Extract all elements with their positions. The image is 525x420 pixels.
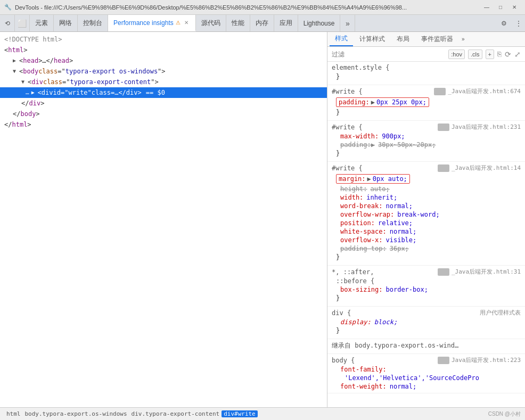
css-prop-position: position: relative;	[332, 219, 521, 227]
element-div-write[interactable]: … ▶ <div id="write" class=…</div> == $0	[0, 87, 327, 98]
breadcrumb-bar: html body.typora-export.os-windows div.t…	[0, 407, 525, 420]
tab-application-label: 应用	[280, 19, 292, 28]
rule-selector-write-3: #write { _Java后端开发.html:14	[332, 164, 521, 172]
hov-button[interactable]: :hov	[448, 50, 465, 59]
main-layout: <!DOCTYPE html> <html> ▶ <head>…</head> …	[0, 32, 525, 407]
breadcrumb-body[interactable]: body.typora-export.os-windows	[23, 410, 129, 417]
rule-selector-write-2: #write { Java后端开发.html:231	[332, 123, 521, 131]
tab-elements-label: 元素	[35, 19, 48, 28]
elements-panel: <!DOCTYPE html> <html> ▶ <head>…</head> …	[0, 32, 327, 407]
css-prop-overflow-wrap: overflow-wrap: break-word;	[332, 210, 521, 219]
watermark: CSDN @小村	[488, 410, 521, 418]
css-prop-font-weight: font-weight: normal;	[332, 382, 521, 391]
tab-computed[interactable]: 计算样式	[354, 32, 390, 46]
minimize-button[interactable]: —	[480, 2, 493, 13]
tab-performance[interactable]: 性能	[226, 15, 250, 31]
tab-network[interactable]: 网络	[54, 15, 78, 31]
rule-selector-body: body { Java后端开发.html:223	[332, 356, 521, 364]
copy-icon[interactable]: ⎘	[497, 50, 502, 58]
style-rule-write-1: #write { _Java后端开发.html:674 padding: ▶ 0…	[327, 85, 525, 121]
padding-highlight: padding: ▶ 0px 25px 0px;	[336, 97, 429, 107]
cls-button[interactable]: .cls	[468, 50, 482, 59]
tab-source[interactable]: 源代码	[196, 15, 226, 31]
element-head[interactable]: ▶ <head>…</head>	[0, 55, 327, 66]
refresh-icon[interactable]: ⟳	[505, 50, 511, 59]
tab-performance-insights-label: Performance insights	[113, 19, 174, 27]
close-button[interactable]: ✕	[508, 2, 521, 13]
tab-nav-panel[interactable]: ⬜	[15, 15, 30, 31]
element-close-div[interactable]: </div>	[0, 98, 327, 109]
tab-more-button[interactable]: »	[340, 15, 355, 31]
style-rule-universal: *, ::after, _Java后端开发.html:31 ::before {…	[327, 266, 525, 307]
rule-selector-inherited: 继承自 body.typora-export.os-wind…	[332, 341, 521, 350]
tab-elements[interactable]: 元素	[30, 15, 54, 31]
more-options-button[interactable]: ⋮	[512, 15, 525, 31]
style-rule-div: div { 用户代理样式表 display: block; }	[327, 307, 525, 339]
tab-lighthouse-label: Lighthouse	[303, 20, 335, 27]
tab-event-listeners[interactable]: 事件监听器	[416, 32, 458, 46]
style-rule-inherited: 继承自 body.typora-export.os-wind…	[327, 339, 525, 354]
breadcrumb-div-content[interactable]: div.typora-export-content	[129, 410, 222, 417]
tab-application[interactable]: 应用	[274, 15, 298, 31]
breadcrumb-div-write[interactable]: div#write	[222, 410, 258, 417]
filter-bar: :hov .cls + ⎘ ⟳ ⤢	[327, 47, 525, 62]
tab-memory-label: 内存	[256, 19, 268, 28]
css-prop-maxwidth: max-width: 900px;	[332, 132, 521, 141]
expand-icon[interactable]: ⤢	[514, 50, 521, 59]
element-doctype[interactable]: <!DOCTYPE html>	[0, 34, 327, 45]
css-prop-box-sizing: box-sizing: border-box;	[332, 285, 521, 294]
margin-highlight: margin: ▶ 0px auto;	[336, 174, 410, 184]
rule-selector-div: div { 用户代理样式表	[332, 309, 521, 317]
css-prop-font-family-value: 'Lexend','Helvetica','SourceCodePro	[332, 374, 521, 382]
tab-lighthouse[interactable]: Lighthouse	[298, 15, 341, 31]
tab-bar: ⟲ ⬜ 元素 网络 控制台 Performance insights ⚠ ✕ 源…	[0, 15, 525, 32]
style-rule-element: element.style { }	[327, 62, 525, 85]
rule-selector: element.style {	[332, 64, 521, 71]
style-rule-write-3: #write { _Java后端开发.html:14 margin: ▶ 0px…	[327, 162, 525, 266]
styles-panel: 样式 计算样式 布局 事件监听器 » :hov .cls + ⎘ ⟳ ⤢ ele…	[327, 32, 525, 407]
css-prop-display: display: block;	[332, 318, 521, 326]
tab-performance-label: 性能	[232, 19, 244, 28]
element-body[interactable]: ▼ <body class="typora-export os-windows"…	[0, 66, 327, 77]
filter-input[interactable]	[332, 51, 445, 58]
style-rule-body: body { Java后端开发.html:223 font-family: 'L…	[327, 354, 525, 393]
rule-selector-universal: *, ::after, _Java后端开发.html:31	[332, 268, 521, 276]
breadcrumb-html[interactable]: html	[4, 410, 23, 417]
css-prop-padding-top-strikethrough: padding-top: 36px;	[332, 244, 521, 253]
css-prop-padding-strikethrough: padding:▶ 30px~50px~20px;	[332, 141, 521, 149]
maximize-button[interactable]: □	[494, 2, 507, 13]
rule-selector-write-1: #write { _Java后端开发.html:674	[332, 87, 521, 95]
element-close-body[interactable]: </body>	[0, 109, 327, 119]
tab-source-label: 源代码	[201, 19, 220, 28]
add-style-button[interactable]: +	[486, 50, 494, 59]
css-prop-white-space: white-space: normal;	[332, 227, 521, 236]
title-bar: 🔧 DevTools - file:///C:/Users/%E9%98%BF%…	[0, 0, 525, 15]
tab-network-label: 网络	[59, 19, 72, 28]
tab-close-button[interactable]: ✕	[183, 19, 190, 26]
tab-styles[interactable]: 样式	[330, 32, 353, 46]
tab-console-label: 控制台	[83, 19, 102, 28]
tab-performance-insights[interactable]: Performance insights ⚠ ✕	[108, 15, 196, 31]
settings-button[interactable]: ⚙	[495, 15, 512, 31]
title-text: DevTools - file:///C:/Users/%E9%98%BF%E6…	[15, 4, 480, 11]
css-prop-font-family: font-family:	[332, 365, 521, 374]
devtools-icon: 🔧	[4, 4, 12, 11]
element-html[interactable]: <html>	[0, 45, 327, 55]
css-prop-overflow-x: overflow-x: visible;	[332, 236, 521, 244]
element-close-html[interactable]: </html>	[0, 119, 327, 130]
tab-nav-back[interactable]: ⟲	[0, 15, 15, 31]
tab-layout[interactable]: 布局	[391, 32, 415, 46]
tab-console[interactable]: 控制台	[78, 15, 108, 31]
css-prop-width: width: inherit;	[332, 193, 521, 202]
tab-memory[interactable]: 内存	[250, 15, 274, 31]
right-tab-bar: 样式 计算样式 布局 事件监听器 »	[327, 32, 525, 47]
css-prop-word-break: word-break: normal;	[332, 202, 521, 210]
style-rule-write-2: #write { Java后端开发.html:231 max-width: 90…	[327, 121, 525, 162]
styles-content: element.style { } #write { _Java后端开发.htm…	[327, 62, 525, 407]
elements-tree: <!DOCTYPE html> <html> ▶ <head>…</head> …	[0, 32, 327, 407]
tab-warning-icon: ⚠	[176, 20, 181, 26]
element-div-export[interactable]: ▼ <div class="typora-export-content">	[0, 77, 327, 87]
css-prop-height-strikethrough: height: auto;	[332, 185, 521, 193]
right-tab-more[interactable]: »	[462, 36, 465, 42]
